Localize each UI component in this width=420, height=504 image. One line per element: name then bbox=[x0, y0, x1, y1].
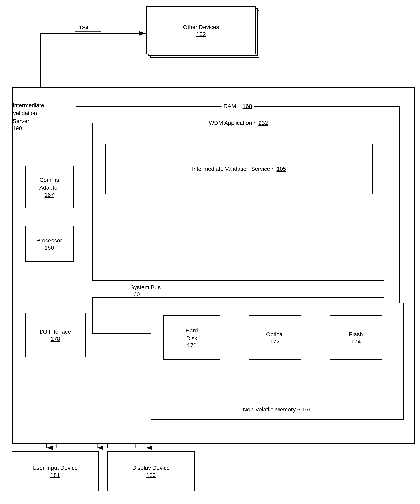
ivs-server-label: IntermediateValidationServer bbox=[12, 102, 44, 124]
system-bus-ref: 160 bbox=[130, 291, 140, 298]
optical-box: Optical 172 bbox=[248, 315, 301, 360]
ivs-server-label-container: IntermediateValidationServer 190 bbox=[12, 101, 45, 132]
wdm-ref: 232 bbox=[258, 120, 268, 126]
wdm-label: WDM Application ~ 232 bbox=[209, 120, 268, 126]
io-interface-ref: 178 bbox=[51, 336, 60, 342]
io-interface-box: I/O Interface 178 bbox=[25, 313, 86, 357]
display-device-box: Display Device 180 bbox=[108, 451, 195, 492]
flash-ref: 174 bbox=[351, 338, 361, 345]
io-interface-label: I/O Interface bbox=[40, 328, 71, 336]
other-devices-ref: 182 bbox=[196, 31, 206, 37]
system-bus-label: System Bus bbox=[130, 284, 161, 290]
optical-label: Optical bbox=[266, 330, 284, 338]
user-input-device-label: User Input Device bbox=[33, 464, 78, 472]
optical-ref: 172 bbox=[270, 338, 280, 345]
hard-disk-box: HardDisk 170 bbox=[163, 315, 220, 360]
processor-ref: 156 bbox=[45, 245, 54, 251]
hard-disk-ref: 170 bbox=[187, 342, 197, 349]
main-container: RAM ~ 168 WDM Application ~ 232 Intermed… bbox=[12, 87, 414, 444]
user-input-device-box: User Input Device 181 bbox=[12, 451, 99, 492]
flash-box: Flash 174 bbox=[330, 315, 382, 360]
comms-adapter-label: CommsAdapter bbox=[39, 176, 59, 192]
processor-label: Processor bbox=[36, 236, 62, 244]
other-devices-label: Other Devices bbox=[183, 23, 219, 31]
comms-adapter-box: CommsAdapter 167 bbox=[25, 166, 74, 208]
system-bus-label-container: System Bus 160 bbox=[130, 283, 161, 298]
nvm-label-container: Non-Volatile Memory ~ 166 bbox=[243, 406, 312, 414]
comms-adapter-ref: 167 bbox=[45, 192, 54, 198]
diagram-container: 184 bbox=[0, 0, 420, 504]
flash-label: Flash bbox=[349, 330, 363, 338]
ram-label: RAM ~ 168 bbox=[224, 103, 252, 109]
ivs-ref: 105 bbox=[276, 166, 286, 172]
user-input-device-ref: 181 bbox=[50, 472, 60, 479]
nvm-ref: 166 bbox=[302, 406, 312, 413]
svg-text:184: 184 bbox=[79, 24, 89, 31]
ivs-box: Intermediate Validation Service ~ 105 bbox=[105, 144, 373, 194]
display-device-ref: 180 bbox=[146, 472, 156, 479]
display-device-label: Display Device bbox=[132, 464, 170, 472]
nvm-container: HardDisk 170 Optical 172 Flash 174 Non-V… bbox=[151, 303, 404, 420]
ram-ref: 168 bbox=[243, 103, 252, 109]
nvm-label: Non-Volatile Memory ~ 166 bbox=[243, 406, 312, 413]
ivs-label: Intermediate Validation Service ~ 105 bbox=[192, 165, 286, 173]
wdm-container: WDM Application ~ 232 Intermediate Valid… bbox=[92, 123, 384, 281]
hard-disk-label: HardDisk bbox=[186, 326, 198, 342]
ivs-server-ref: 190 bbox=[12, 125, 22, 132]
processor-box: Processor 156 bbox=[25, 226, 74, 262]
